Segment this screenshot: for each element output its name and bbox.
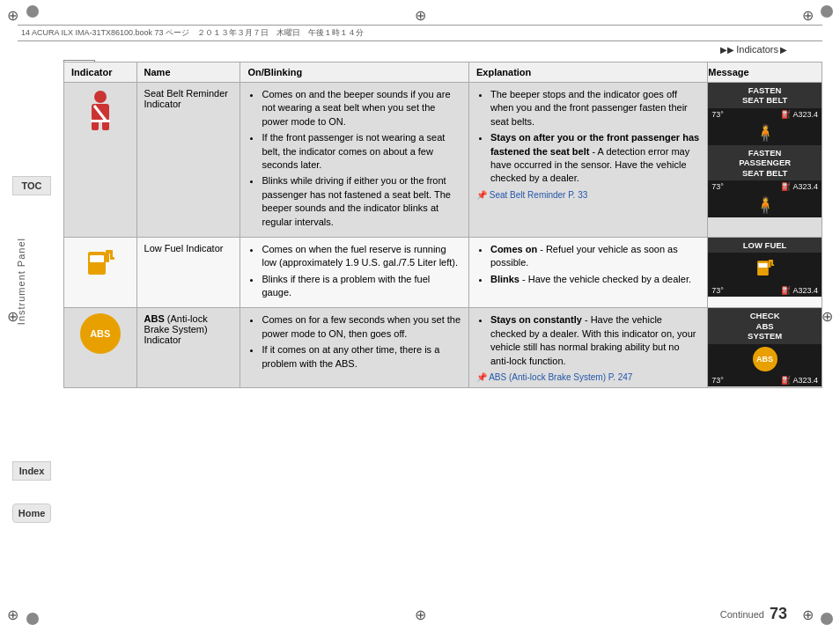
- seatbelt-display-2: 73° ⛽ A323.4: [708, 180, 822, 193]
- seatbelt-icon: [78, 88, 122, 141]
- bottom-left-circle: [26, 613, 39, 625]
- list-item: Blinks if there is a problem with the fu…: [262, 273, 461, 300]
- index-button[interactable]: Index: [12, 461, 51, 481]
- person-icon: 🧍: [755, 124, 775, 142]
- indicators-label: Indicators: [736, 44, 778, 55]
- top-right-circle: [821, 5, 833, 18]
- header-indicator: Indicator: [64, 62, 137, 83]
- toc-label: TOC: [21, 180, 41, 191]
- seatbelt-message-wrapper: FASTENSEAT BELT 73° ⛽ A323.4 🧍 FASTENPAS…: [708, 83, 822, 217]
- fuel-icon: [81, 243, 120, 282]
- top-right-crosshair: ⊕: [802, 7, 814, 24]
- bottom-right-circle: [821, 613, 833, 625]
- indicator-table: Indicator Name On/Blinking Explanation M…: [63, 62, 822, 388]
- abs-link: 📌 ABS (Anti-lock Brake System) P. 247: [476, 371, 700, 382]
- fuel-msg-icon-row: [708, 253, 822, 284]
- svg-rect-13: [758, 263, 767, 268]
- fuel-name: Low Fuel Indicator: [144, 243, 224, 254]
- fuel-msg-icon: [753, 255, 777, 280]
- svg-point-0: [94, 91, 107, 103]
- fasten-seatbelt-msg: FASTENSEAT BELT: [708, 83, 822, 108]
- top-center-crosshair: ⊕: [415, 7, 426, 24]
- svg-rect-7: [90, 255, 104, 262]
- fuel-name-cell: Low Fuel Indicator: [136, 237, 240, 308]
- header-indicators: ▶▶ Indicators ▶: [720, 44, 787, 55]
- seatbelt-person-icon-row: 🧍: [708, 121, 822, 145]
- seatbelt-name-cell: Seat Belt Reminder Indicator: [136, 83, 240, 238]
- svg-rect-5: [91, 120, 110, 122]
- table-row: Seat Belt Reminder Indicator Comes on an…: [64, 83, 822, 238]
- check-abs-msg: CHECKABSSYSTEM: [708, 308, 822, 343]
- list-item: Blinks while driving if either you or th…: [262, 174, 461, 229]
- header-message: Message: [708, 62, 822, 83]
- home-label: Home: [18, 508, 46, 518]
- seatbelt-onblinking-list: Comes on and the beeper sounds if you ar…: [247, 88, 461, 229]
- header-explanation: Explanation: [468, 62, 707, 83]
- header-name: Name: [136, 62, 240, 83]
- section-label: Instrument Panel: [16, 238, 26, 325]
- seatbelt-message-cell: FASTENSEAT BELT 73° ⛽ A323.4 🧍 FASTENPAS…: [708, 83, 822, 238]
- abs-onblinking-list: Comes on for a few seconds when you set …: [247, 313, 461, 371]
- seatbelt-person2-icon-row: 🧍: [708, 193, 822, 217]
- fuel-explanation-list: Comes on - Refuel your vehicle as soon a…: [476, 243, 700, 286]
- fuel-display: 73° ⛽ A323.4: [708, 284, 822, 297]
- toc-button[interactable]: TOC: [12, 176, 51, 195]
- low-fuel-msg: LOW FUEL: [708, 238, 822, 253]
- list-item: Comes on and the beeper sounds if you ar…: [262, 88, 461, 129]
- fuel-explanation-cell: Comes on - Refuel your vehicle as soon a…: [468, 237, 707, 308]
- bottom-center-crosshair: ⊕: [415, 606, 426, 623]
- fuel-onblinking-cell: Comes on when the fuel reserve is runnin…: [240, 237, 468, 308]
- abs-message-cell: CHECKABSSYSTEM ABS 73° ⛽ A323.4: [708, 308, 822, 388]
- abs-name-cell: ABS (Anti-lock Brake System) Indicator: [136, 308, 240, 388]
- header-text: 14 ACURA ILX IMA-31TX86100.book 73 ページ ２…: [21, 27, 364, 39]
- bottom-bar: Continued 73: [720, 605, 787, 623]
- page-number: 73: [770, 605, 787, 623]
- seatbelt-name: Seat Belt Reminder Indicator: [144, 88, 228, 109]
- svg-rect-11: [110, 257, 114, 260]
- table-row: ABS ABS (Anti-lock Brake System) Indicat…: [64, 308, 822, 388]
- main-content: Indicator Name On/Blinking Explanation M…: [63, 62, 822, 588]
- seatbelt-display-1: 73° ⛽ A323.4: [708, 108, 822, 121]
- seatbelt-explanation-cell: The beeper stops and the indicator goes …: [468, 83, 707, 238]
- svg-rect-17: [771, 264, 774, 266]
- seatbelt-link-text: Seat Belt Reminder P. 33: [490, 190, 588, 200]
- continued-label: Continued: [720, 609, 764, 620]
- fasten-passenger-msg: FASTENPASSENGERSEAT BELT: [708, 145, 822, 180]
- header-onblinking: On/Blinking: [240, 62, 468, 83]
- abs-explanation-list: Stays on constantly - Have the vehicle c…: [476, 313, 700, 368]
- abs-icon: ABS: [80, 313, 121, 354]
- seatbelt-indicator-cell: [64, 83, 137, 238]
- list-item: Blinks - Have the vehicle checked by a d…: [490, 273, 700, 286]
- seatbelt-explanation-list: The beeper stops and the indicator goes …: [476, 88, 700, 186]
- abs-display: 73° ⛽ A323.4: [708, 374, 822, 386]
- abs-indicator-cell: ABS: [64, 308, 137, 388]
- arrow-forward-icon: ▶▶: [720, 45, 734, 55]
- abs-link-text: ABS (Anti-lock Brake System) P. 247: [489, 372, 632, 382]
- seatbelt-link: 📌 Seat Belt Reminder P. 33: [476, 189, 700, 200]
- seatbelt-onblinking-cell: Comes on and the beeper sounds if you ar…: [240, 83, 468, 238]
- list-item: Comes on - Refuel your vehicle as soon a…: [490, 243, 700, 270]
- index-label: Index: [19, 466, 45, 476]
- list-item: Stays on constantly - Have the vehicle c…: [490, 313, 700, 368]
- abs-explanation-cell: Stays on constantly - Have the vehicle c…: [468, 308, 707, 388]
- fuel-indicator-cell: [64, 237, 137, 308]
- home-button[interactable]: Home: [12, 503, 51, 523]
- bottom-right-crosshair: ⊕: [802, 606, 814, 623]
- right-mid-crosshair: ⊕: [822, 308, 833, 325]
- top-left-crosshair: ⊕: [7, 7, 18, 24]
- svg-rect-12: [757, 261, 769, 276]
- list-item: If the front passenger is not wearing a …: [262, 131, 461, 172]
- list-item: If it comes on at any other time, there …: [262, 343, 461, 371]
- top-left-circle: [26, 5, 39, 18]
- svg-rect-6: [88, 252, 106, 275]
- fuel-onblinking-list: Comes on when the fuel reserve is runnin…: [247, 243, 461, 300]
- list-item: Stays on after you or the front passenge…: [490, 131, 700, 186]
- table-row: Low Fuel Indicator Comes on when the fue…: [64, 237, 822, 308]
- fuel-message-wrapper: LOW FUEL 73°: [708, 238, 822, 297]
- abs-onblinking-cell: Comes on for a few seconds when you set …: [240, 308, 468, 388]
- abs-msg-icon: ABS: [753, 347, 777, 371]
- person2-icon: 🧍: [755, 196, 775, 214]
- list-item: The beeper stops and the indicator goes …: [490, 88, 700, 129]
- abs-message-wrapper: CHECKABSSYSTEM ABS 73° ⛽ A323.4: [708, 308, 822, 386]
- abs-msg-icon-row: ABS: [708, 344, 822, 374]
